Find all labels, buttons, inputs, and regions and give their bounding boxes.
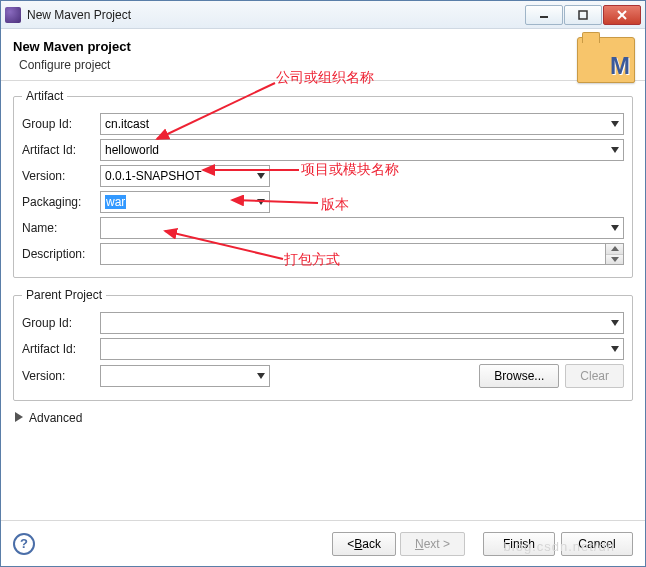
group-id-input[interactable] xyxy=(100,113,624,135)
expand-icon xyxy=(15,411,23,425)
window-buttons xyxy=(524,5,641,25)
parent-version-label: Version: xyxy=(22,369,100,383)
name-input[interactable] xyxy=(100,217,624,239)
help-button[interactable]: ? xyxy=(13,533,35,555)
parent-version-input[interactable] xyxy=(100,365,270,387)
clear-button[interactable]: Clear xyxy=(565,364,624,388)
window-title: New Maven Project xyxy=(27,8,524,22)
scroll-up-button[interactable] xyxy=(606,244,623,255)
app-icon xyxy=(5,7,21,23)
next-button[interactable]: Next > xyxy=(400,532,465,556)
advanced-toggle[interactable]: Advanced xyxy=(15,411,633,425)
close-button[interactable] xyxy=(603,5,641,25)
maven-logo-icon: M xyxy=(577,37,635,83)
banner-subtitle: Configure project xyxy=(19,58,633,72)
parent-group-id-label: Group Id: xyxy=(22,316,100,330)
minimize-button[interactable] xyxy=(525,5,563,25)
cancel-button[interactable]: Cancel xyxy=(561,532,633,556)
artifact-legend: Artifact xyxy=(22,89,67,103)
title-bar: New Maven Project xyxy=(1,1,645,29)
parent-project-group: Parent Project Group Id: Artifact Id: Ve… xyxy=(13,288,633,401)
scroll-down-button[interactable] xyxy=(606,255,623,265)
parent-artifact-id-label: Artifact Id: xyxy=(22,342,100,356)
svg-rect-1 xyxy=(579,11,587,19)
banner: New Maven project Configure project M xyxy=(1,29,645,81)
parent-legend: Parent Project xyxy=(22,288,106,302)
finish-button[interactable]: Finish xyxy=(483,532,555,556)
parent-artifact-id-input[interactable] xyxy=(100,338,624,360)
group-id-label: Group Id: xyxy=(22,117,100,131)
version-input[interactable] xyxy=(100,165,270,187)
artifact-group: Artifact Group Id: Artifact Id: Version: xyxy=(13,89,633,278)
footer: ? < Back Next > Finish Cancel xyxy=(1,520,645,566)
advanced-label: Advanced xyxy=(29,411,82,425)
window: New Maven Project New Maven project Conf… xyxy=(0,0,646,567)
artifact-id-label: Artifact Id: xyxy=(22,143,100,157)
description-scroll xyxy=(606,243,624,265)
packaging-input[interactable]: war xyxy=(100,191,270,213)
packaging-label: Packaging: xyxy=(22,195,100,209)
dialog-body: Artifact Group Id: Artifact Id: Version: xyxy=(1,81,645,512)
banner-title: New Maven project xyxy=(13,39,633,54)
description-input[interactable] xyxy=(100,243,606,265)
parent-group-id-input[interactable] xyxy=(100,312,624,334)
back-button[interactable]: < Back xyxy=(332,532,396,556)
version-label: Version: xyxy=(22,169,100,183)
packaging-value: war xyxy=(105,195,126,209)
maximize-button[interactable] xyxy=(564,5,602,25)
description-label: Description: xyxy=(22,247,100,261)
artifact-id-input[interactable] xyxy=(100,139,624,161)
browse-button[interactable]: Browse... xyxy=(479,364,559,388)
name-label: Name: xyxy=(22,221,100,235)
